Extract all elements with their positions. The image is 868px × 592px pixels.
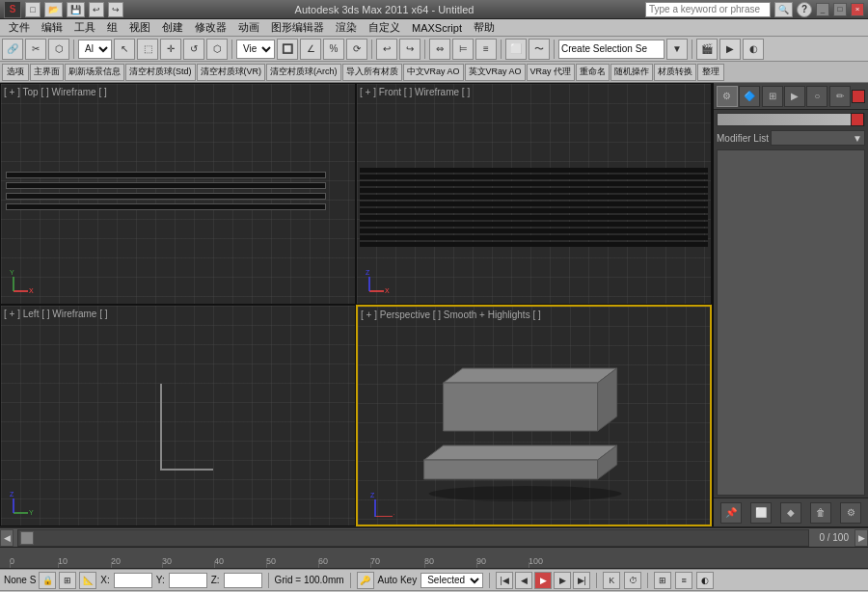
unlink-btn[interactable]: ✂ xyxy=(25,39,46,60)
time-config-btn[interactable]: ⏱ xyxy=(624,572,641,589)
remove-modifier-btn[interactable]: 🗑 xyxy=(810,502,831,524)
redo-btn[interactable]: ↪ xyxy=(108,2,123,17)
tb2-clear-arch[interactable]: 清空村质球(Arch) xyxy=(266,64,341,81)
menu-create[interactable]: 创建 xyxy=(157,19,188,36)
tb2-en-vray-ao[interactable]: 英文VRay AO xyxy=(465,64,526,81)
frame-ruler[interactable]: 0 10 20 30 40 50 60 70 80 90 100 xyxy=(0,548,868,569)
quick-render-btn[interactable]: ▶ xyxy=(719,39,741,60)
select-region-btn[interactable]: ⬚ xyxy=(137,39,158,60)
timeline-right-btn[interactable]: ▶ xyxy=(854,529,868,547)
menu-tools[interactable]: 工具 xyxy=(69,19,100,36)
rotate-btn[interactable]: ↺ xyxy=(183,39,204,60)
x-input[interactable] xyxy=(114,573,152,588)
viewport-perspective[interactable]: [ + ] Perspective [ ] Smooth + Highlight… xyxy=(356,305,712,526)
select-btn[interactable]: ↖ xyxy=(114,39,135,60)
menu-views[interactable]: 视图 xyxy=(124,19,155,36)
y-input[interactable] xyxy=(169,573,207,588)
viewport-front[interactable]: [ + ] Front [ ] Wireframe [ ] X xyxy=(356,83,712,305)
selection-set-input[interactable] xyxy=(558,40,665,59)
viewport-top[interactable]: [ + ] Top [ ] Wireframe [ ] X Y xyxy=(0,83,356,305)
coord-sys-btn[interactable]: ⊞ xyxy=(59,572,76,589)
key-icon[interactable]: 🔑 xyxy=(357,572,374,589)
prev-frame-btn[interactable]: ◀ xyxy=(515,572,532,589)
mirror-btn[interactable]: ⇔ xyxy=(429,39,450,60)
transform-type-btn[interactable]: 📐 xyxy=(79,572,96,589)
align-btn[interactable]: ⊨ xyxy=(452,39,474,60)
curve-editor-btn[interactable]: 〜 xyxy=(529,39,550,60)
menu-rendering[interactable]: 渲染 xyxy=(331,19,362,36)
active-color-swatch[interactable] xyxy=(852,90,865,103)
tb2-main-ui[interactable]: 主界面 xyxy=(30,64,64,81)
scale-btn[interactable]: ⬡ xyxy=(206,39,228,60)
go-to-start-btn[interactable]: |◀ xyxy=(496,572,513,589)
tb2-refresh-scene[interactable]: 刷新场景信息 xyxy=(65,64,124,81)
menu-graph-editors[interactable]: 图形编辑器 xyxy=(266,19,329,36)
active-shade-btn[interactable]: ◐ xyxy=(743,39,764,60)
hierarchy-tab[interactable]: ⊞ xyxy=(762,86,783,107)
undo-btn[interactable]: ↩ xyxy=(89,2,104,17)
menu-edit[interactable]: 编辑 xyxy=(37,19,68,36)
show-end-result-btn[interactable]: ⬜ xyxy=(750,502,772,524)
selection-set-btn[interactable]: ▼ xyxy=(666,39,688,60)
tb2-import-all[interactable]: 导入所有材质 xyxy=(342,64,402,81)
pin-stack-btn[interactable]: 📌 xyxy=(720,502,742,524)
new-btn[interactable]: □ xyxy=(25,2,41,17)
save-btn[interactable]: 💾 xyxy=(67,2,85,17)
angle-snap-btn[interactable]: ∠ xyxy=(300,39,321,60)
display-tab[interactable]: ○ xyxy=(806,86,827,107)
viewport-layout-btn[interactable]: ⊞ xyxy=(654,572,671,589)
tb2-mat-convert[interactable]: 材质转换 xyxy=(654,64,696,81)
undo-scene-btn[interactable]: ↩ xyxy=(376,39,397,60)
filter-select[interactable]: All xyxy=(78,40,112,59)
move-btn[interactable]: ✛ xyxy=(160,39,181,60)
configure-btn[interactable]: ⚙ xyxy=(840,502,861,524)
z-input[interactable] xyxy=(224,573,262,588)
go-to-end-btn[interactable]: ▶| xyxy=(573,572,590,589)
make-unique-btn[interactable]: ◆ xyxy=(780,502,801,524)
percent-snap-btn[interactable]: % xyxy=(323,39,344,60)
timeline-left-btn[interactable]: ◀ xyxy=(0,529,14,547)
menu-customize[interactable]: 自定义 xyxy=(364,19,405,36)
select-link-btn[interactable]: 🔗 xyxy=(2,39,23,60)
maximize-button[interactable]: □ xyxy=(833,3,847,16)
redo-scene-btn[interactable]: ↪ xyxy=(399,39,420,60)
spinner-snap-btn[interactable]: ⟳ xyxy=(346,39,367,60)
tb2-random-ops[interactable]: 随机操作 xyxy=(610,64,653,81)
tb2-options[interactable]: 选项 xyxy=(2,64,29,81)
menu-group[interactable]: 组 xyxy=(102,19,122,36)
layer-mgr-btn[interactable]: ≡ xyxy=(475,39,497,60)
menu-maxscript[interactable]: MAXScript xyxy=(407,21,467,35)
modifier-list-dropdown[interactable]: ▼ xyxy=(771,130,865,146)
color-active[interactable] xyxy=(851,113,864,126)
next-frame-btn[interactable]: ▶ xyxy=(554,572,571,589)
viewport-stats-btn[interactable]: ≡ xyxy=(675,572,692,589)
tb2-clear-std[interactable]: 清空村质球(Std) xyxy=(125,64,196,81)
render-setup-btn[interactable]: 🎬 xyxy=(696,39,718,60)
search-input[interactable] xyxy=(645,2,771,17)
menu-help[interactable]: 帮助 xyxy=(469,19,500,36)
modify-tab[interactable]: 🔷 xyxy=(739,86,760,107)
close-button[interactable]: × xyxy=(851,3,864,16)
search-btn[interactable]: 🔍 xyxy=(774,2,793,17)
help-icon[interactable]: ? xyxy=(797,2,812,17)
viewport-left[interactable]: [ + ] Left [ ] Wireframe [ ] Y Z xyxy=(0,305,356,526)
timeline-thumb[interactable] xyxy=(20,531,34,545)
tb2-rename[interactable]: 重命名 xyxy=(576,64,610,81)
reference-select[interactable]: View xyxy=(236,40,275,59)
create-tab[interactable]: ⚙ xyxy=(717,86,738,107)
motion-tab[interactable]: ▶ xyxy=(784,86,805,107)
selected-dropdown[interactable]: Selected All None xyxy=(420,573,483,588)
utilities-tab[interactable]: ✏ xyxy=(829,86,851,107)
tb2-clear-vr[interactable]: 清空村质球(VR) xyxy=(197,64,266,81)
timeline-scrollbar[interactable] xyxy=(17,529,809,547)
bind-space-btn[interactable]: ⬡ xyxy=(48,39,69,60)
display-floater-btn[interactable]: ◐ xyxy=(696,572,714,589)
tb2-vray-proxy[interactable]: VRay 代理 xyxy=(527,64,576,81)
tb2-organize[interactable]: 整理 xyxy=(697,64,724,81)
lock-btn[interactable]: 🔒 xyxy=(39,572,56,589)
menu-file[interactable]: 文件 xyxy=(4,19,35,36)
menu-animation[interactable]: 动画 xyxy=(233,19,264,36)
snap-toggle-btn[interactable]: 🔲 xyxy=(277,39,298,60)
open-btn[interactable]: 📂 xyxy=(44,2,63,17)
open-schematic-btn[interactable]: ⬜ xyxy=(505,39,527,60)
